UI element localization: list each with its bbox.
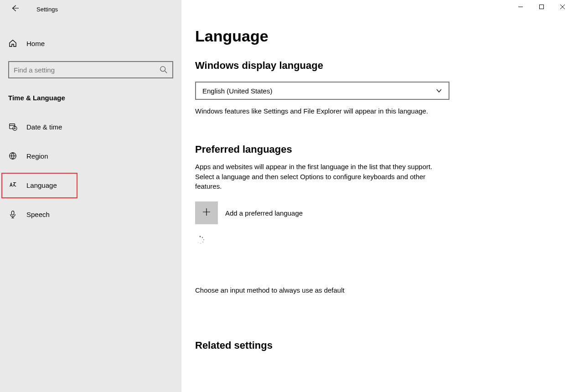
- preferred-languages-heading: Preferred languages: [195, 144, 573, 155]
- main-content: Language Windows display language Englis…: [181, 0, 573, 392]
- display-language-desc: Windows features like Settings and File …: [195, 106, 450, 116]
- back-arrow-icon: [10, 4, 19, 14]
- sidebar-home-label: Home: [26, 40, 45, 47]
- sidebar-item-date-time[interactable]: Date & time: [0, 115, 181, 138]
- sidebar-item-label: Speech: [26, 211, 50, 218]
- microphone-icon: [8, 210, 17, 218]
- sidebar-category-heading: Time & Language: [8, 94, 181, 102]
- home-icon: [8, 39, 17, 48]
- search-box[interactable]: [8, 61, 173, 78]
- display-language-heading: Windows display language: [195, 60, 573, 72]
- svg-point-7: [202, 237, 203, 238]
- add-preferred-language[interactable]: Add a preferred language: [195, 201, 573, 224]
- svg-point-9: [202, 242, 203, 242]
- sidebar-nav: Date & time Region Language: [0, 115, 181, 226]
- svg-rect-5: [540, 5, 544, 9]
- close-icon: [560, 3, 565, 11]
- sidebar-home[interactable]: Home: [0, 32, 181, 55]
- add-language-label: Add a preferred language: [225, 209, 303, 217]
- sidebar-header: Settings: [0, 0, 181, 18]
- svg-point-8: [203, 239, 204, 240]
- preferred-languages-desc: Apps and websites will appear in the fir…: [195, 162, 450, 191]
- svg-point-10: [200, 243, 201, 244]
- svg-point-0: [160, 67, 165, 72]
- sidebar-item-label: Region: [26, 152, 48, 160]
- svg-rect-4: [11, 211, 14, 215]
- minimize-button[interactable]: [510, 0, 531, 15]
- maximize-icon: [539, 3, 544, 11]
- close-button[interactable]: [552, 0, 573, 15]
- add-language-button[interactable]: [195, 201, 218, 224]
- window-title: Settings: [36, 6, 58, 13]
- display-language-dropdown[interactable]: English (United States): [195, 82, 449, 100]
- sidebar-item-language[interactable]: Language: [0, 174, 181, 196]
- sidebar-item-label: Date & time: [26, 123, 62, 131]
- page-title: Language: [195, 27, 573, 45]
- window-controls: [510, 0, 573, 15]
- sidebar-item-speech[interactable]: Speech: [0, 203, 181, 226]
- svg-point-11: [198, 242, 199, 243]
- search-icon: [160, 66, 168, 74]
- plus-icon: [202, 207, 211, 218]
- input-method-link[interactable]: Choose an input method to always use as …: [195, 286, 573, 294]
- sidebar-item-region[interactable]: Region: [0, 144, 181, 167]
- display-language-value: English (United States): [202, 87, 272, 95]
- globe-icon: [8, 152, 17, 160]
- chevron-down-icon: [436, 88, 442, 94]
- svg-point-6: [200, 236, 201, 237]
- calendar-clock-icon: [8, 123, 17, 131]
- related-settings-heading: Related settings: [195, 340, 573, 351]
- sidebar: Settings Home Time & Language Date: [0, 0, 181, 392]
- sidebar-item-label: Language: [26, 181, 57, 189]
- loading-spinner-icon: [195, 235, 205, 245]
- language-icon: [8, 181, 17, 189]
- maximize-button[interactable]: [531, 0, 552, 15]
- back-button[interactable]: [5, 0, 24, 18]
- search-input[interactable]: [14, 66, 160, 74]
- minimize-icon: [518, 3, 523, 11]
